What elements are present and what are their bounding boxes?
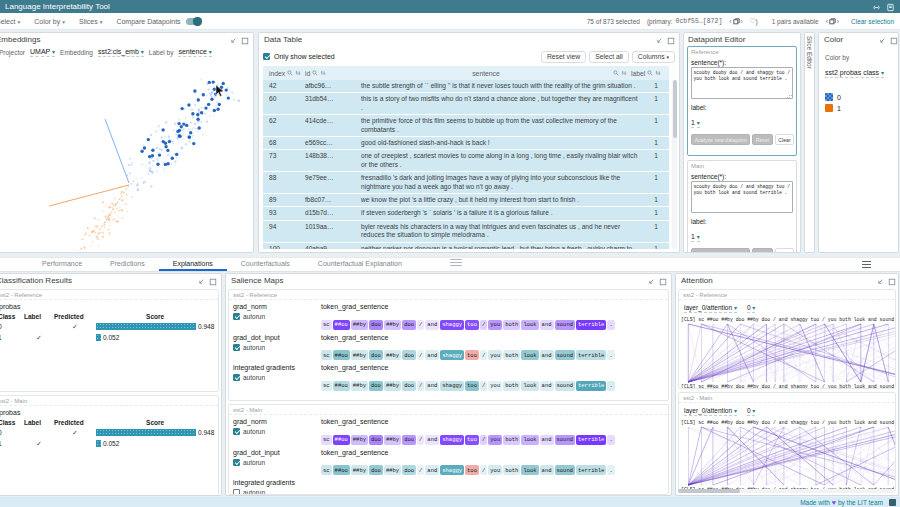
salience-token[interactable]: look: [521, 381, 538, 391]
salience-token[interactable]: look: [521, 350, 538, 360]
sort-icon[interactable]: [621, 70, 627, 76]
reset-view-button[interactable]: Reset view: [541, 51, 586, 63]
salience-token[interactable]: ##oo: [333, 465, 350, 475]
attention-layer-select[interactable]: layer_0/attention ▾: [684, 304, 737, 313]
vertical-scrollbar[interactable]: [672, 80, 677, 249]
select-all-button[interactable]: Select all: [589, 51, 629, 63]
autorun-checkbox[interactable]: [233, 459, 240, 466]
next-pair-icon[interactable]: ›: [837, 18, 839, 25]
clear-button[interactable]: Clear: [775, 248, 794, 253]
maximize-icon[interactable]: [209, 277, 217, 285]
salience-token[interactable]: too: [465, 320, 479, 330]
salience-token[interactable]: too: [465, 350, 479, 360]
salience-token[interactable]: doo: [402, 350, 416, 360]
minimize-icon[interactable]: [655, 36, 663, 44]
salience-token[interactable]: and: [540, 435, 554, 445]
attention-layer-select[interactable]: layer_0/attention ▾: [684, 407, 737, 416]
salience-token[interactable]: ##oo: [333, 350, 350, 360]
maximize-icon[interactable]: [667, 36, 675, 44]
attention-visualization[interactable]: [CLS] sc ##oo ##by doo ##by doo / and sh…: [679, 417, 895, 492]
columns-button[interactable]: Columns ▾: [632, 51, 675, 63]
umap-scatter-plot[interactable]: [0, 63, 253, 251]
salience-token[interactable]: look: [521, 435, 538, 445]
compare-datapoints-toggle[interactable]: [186, 18, 201, 25]
col-sentence[interactable]: sentence: [361, 70, 631, 77]
sort-icon[interactable]: [320, 70, 326, 76]
slice-editor-tab[interactable]: Slice Editor: [804, 32, 815, 253]
salience-token[interactable]: sc: [321, 465, 332, 475]
resize-drag-handle[interactable]: [450, 259, 462, 266]
salience-token[interactable]: both: [503, 381, 520, 391]
only-show-selected-checkbox[interactable]: [263, 53, 270, 60]
salience-token[interactable]: terrible: [576, 320, 606, 330]
salience-token[interactable]: ##by: [351, 350, 368, 360]
embedding-select[interactable]: sst2:cls_emb ▾: [98, 48, 144, 57]
salience-token[interactable]: shaggy: [440, 320, 464, 330]
search-icon[interactable]: [613, 70, 619, 76]
salience-token[interactable]: and: [425, 435, 439, 445]
salience-token[interactable]: ##by: [351, 320, 368, 330]
minimize-icon[interactable]: [647, 277, 655, 285]
attention-visualization[interactable]: [CLS] sc ##oo ##by doo ##by doo / and sh…: [679, 314, 895, 389]
attention-head-select[interactable]: 0 ▾: [747, 304, 755, 313]
salience-token[interactable]: sc: [321, 435, 332, 445]
salience-token[interactable]: /: [480, 350, 487, 360]
salience-token[interactable]: both: [503, 350, 520, 360]
label-by-select[interactable]: sentence ▾: [178, 48, 211, 57]
sentence-textarea[interactable]: scooby dooby doo / and shaggy too / you …: [691, 181, 793, 213]
sentence-textarea[interactable]: scooby dooby doo / and shaggy too / you …: [691, 67, 793, 99]
salience-token[interactable]: doo: [369, 350, 383, 360]
minimize-icon[interactable]: [197, 277, 205, 285]
salience-token[interactable]: too: [465, 435, 479, 445]
salience-token[interactable]: doo: [369, 465, 383, 475]
salience-token[interactable]: /: [480, 465, 487, 475]
salience-token[interactable]: /: [417, 350, 424, 360]
salience-token[interactable]: doo: [402, 435, 416, 445]
salience-token[interactable]: and: [540, 381, 554, 391]
table-row[interactable]: 42afbc96…the subtle strength of `` ellin…: [263, 80, 669, 93]
col-index[interactable]: index: [263, 70, 305, 77]
next-datapoint-icon[interactable]: ›: [741, 18, 743, 25]
autorun-checkbox[interactable]: [233, 428, 240, 435]
salience-token[interactable]: ##by: [384, 350, 401, 360]
salience-token[interactable]: doo: [402, 381, 416, 391]
salience-token[interactable]: sc: [321, 381, 332, 391]
col-label[interactable]: label: [631, 70, 669, 77]
attention-head-select[interactable]: 0 ▾: [747, 407, 755, 416]
pair-copy-icon[interactable]: [829, 18, 836, 25]
autorun-checkbox[interactable]: [233, 344, 240, 351]
label-select[interactable]: 1 ▾: [691, 119, 700, 128]
search-icon[interactable]: [647, 70, 653, 76]
salience-token[interactable]: ##oo: [333, 435, 350, 445]
search-icon[interactable]: [312, 70, 318, 76]
salience-token[interactable]: and: [425, 381, 439, 391]
table-row[interactable]: 941019aa…byler reveals his characters in…: [263, 221, 669, 243]
salience-token[interactable]: and: [540, 465, 554, 475]
table-row[interactable]: 10040aba9…neither parker nor donovan is …: [263, 243, 669, 249]
salience-token[interactable]: /: [480, 435, 487, 445]
salience-token[interactable]: you: [488, 320, 502, 330]
color-by-menu[interactable]: Color by ▾: [34, 18, 65, 25]
salience-token[interactable]: you: [488, 435, 502, 445]
salience-token[interactable]: ##oo: [333, 320, 350, 330]
autorun-checkbox[interactable]: [233, 489, 240, 495]
salience-token[interactable]: sc: [321, 350, 332, 360]
slices-menu[interactable]: Slices ▾: [79, 18, 102, 25]
maximize-icon[interactable]: [659, 277, 667, 285]
tab-counterfactuals[interactable]: Counterfactuals: [227, 258, 304, 271]
table-row[interactable]: 89fb8c07…we know the plot 's a little cr…: [263, 194, 669, 207]
analyze-new-datapoint-button[interactable]: Analyze new datapoint: [691, 248, 750, 253]
salience-token[interactable]: doo: [369, 381, 383, 391]
salience-token[interactable]: doo: [369, 320, 383, 330]
salience-token[interactable]: doo: [402, 465, 416, 475]
autorun-checkbox[interactable]: [233, 313, 240, 320]
select-menu[interactable]: Select ▾: [0, 18, 20, 25]
salience-token[interactable]: doo: [402, 320, 416, 330]
salience-token[interactable]: and: [425, 465, 439, 475]
tab-counterfactual-explanation[interactable]: Counterfactual Explanation: [304, 258, 416, 271]
salience-token[interactable]: too: [465, 465, 479, 475]
clear-button[interactable]: Clear: [775, 134, 794, 145]
salience-token[interactable]: .: [607, 465, 614, 475]
table-row[interactable]: 93d15b7d…if steven soderbergh 's ` solar…: [263, 207, 669, 220]
salience-token[interactable]: /: [417, 381, 424, 391]
